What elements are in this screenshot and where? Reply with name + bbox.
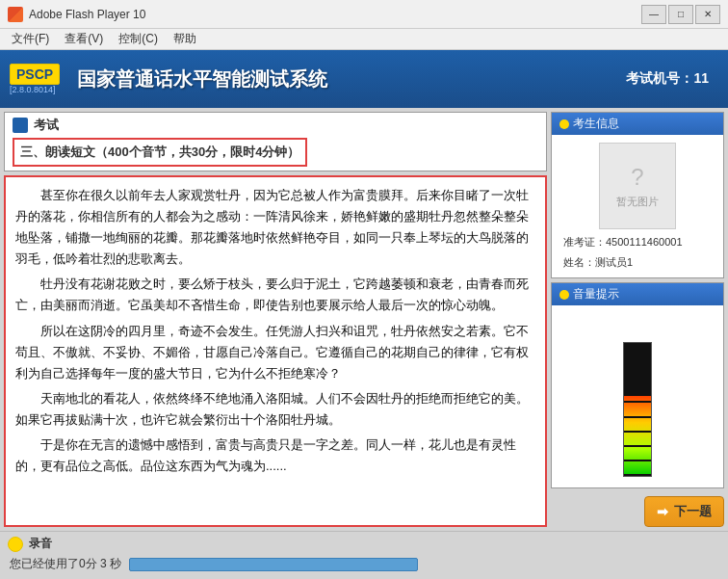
- exam-id-row: 准考证：4500111460001: [559, 235, 715, 250]
- time-progress-bar: [129, 558, 418, 571]
- status-bar: 录音 您已经使用了0分 3 秒: [0, 531, 728, 579]
- pscp-badge: PSCP: [10, 64, 60, 85]
- next-button[interactable]: ➡ 下一题: [644, 496, 724, 527]
- menu-file[interactable]: 文件(F): [4, 29, 57, 49]
- examinee-info-box: 考生信息 ? 暂无图片 准考证：4500111460001 姓名：测试员1: [551, 112, 724, 278]
- vol-header-icon: [559, 290, 569, 300]
- menu-control[interactable]: 控制(C): [111, 29, 166, 49]
- main-window: PSCP [2.8.0.8014] 国家普通话水平智能测试系统 考试机号：11 …: [0, 50, 728, 579]
- section-title: 三、朗读短文（400个音节，共30分，限时4分钟）: [13, 138, 307, 167]
- volume-body: [552, 305, 723, 485]
- recording-icon: [8, 537, 23, 552]
- system-title: 国家普通话水平智能测试系统: [77, 66, 327, 92]
- reading-paragraph-1: 甚至你在很久以前年去人家观赏牡丹，因为它总被人作为富贵膜拜。后来你目睹了一次牡丹…: [15, 185, 535, 270]
- examinee-info-header: 考生信息: [552, 113, 723, 135]
- reading-paragraph-3: 所以在这阴冷的四月里，奇迹不会发生。任凭游人扫兴和诅咒，牡丹依然安之若素。它不苟…: [15, 321, 535, 384]
- flash-icon: [8, 7, 23, 22]
- volume-header: 音量提示: [552, 283, 723, 305]
- exam-name-row: 姓名：测试员1: [559, 255, 715, 270]
- menu-view[interactable]: 查看(V): [57, 29, 111, 49]
- left-panel: 考试 三、朗读短文（400个音节，共30分，限时4分钟） 甚至你在很久以前年去人…: [4, 112, 547, 527]
- content-area: 考试 三、朗读短文（400个音节，共30分，限时4分钟） 甚至你在很久以前年去人…: [0, 108, 728, 531]
- recording-label: 录音: [29, 536, 52, 552]
- pscp-version: [2.8.0.8014]: [10, 85, 56, 94]
- recording-row: 录音: [8, 536, 720, 552]
- title-bar: Adobe Flash Player 10 — □ ✕: [0, 0, 728, 29]
- window-controls: — □ ✕: [641, 5, 720, 24]
- window-title: Adobe Flash Player 10: [29, 8, 641, 21]
- header-bar: PSCP [2.8.0.8014] 国家普通话水平智能测试系统 考试机号：11: [0, 50, 728, 108]
- volume-segments: [624, 343, 651, 476]
- examinee-info-body: ? 暂无图片 准考证：4500111460001 姓名：测试员1: [552, 135, 723, 277]
- info-header-icon: [559, 119, 569, 129]
- reading-paragraph-5: 于是你在无言的遗憾中感悟到，富贵与高贵只是一字之差。同人一样，花儿也是有灵性的，…: [15, 434, 535, 477]
- volume-label: 音量提示: [573, 286, 619, 303]
- next-arrow-icon: ➡: [657, 504, 668, 519]
- examinee-info-label: 考生信息: [573, 116, 619, 132]
- section-label: 考试: [34, 117, 59, 134]
- examinee-photo: ? 暂无图片: [599, 143, 676, 229]
- right-panel: 考生信息 ? 暂无图片 准考证：4500111460001 姓名：测试员1 音量…: [551, 112, 724, 527]
- reading-paragraph-4: 天南地北的看花人，依然终绎不绝地涌入洛阳城。人们不会因牡丹的拒绝而拒绝它的美。如…: [15, 388, 535, 431]
- maximize-button[interactable]: □: [668, 5, 693, 24]
- reading-content-box[interactable]: 甚至你在很久以前年去人家观赏牡丹，因为它总被人作为富贵膜拜。后来你目睹了一次牡丹…: [4, 175, 547, 527]
- time-row: 您已经使用了0分 3 秒: [8, 556, 720, 572]
- reading-paragraph-2: 牡丹没有花谢花败之时，要么矫于枝头，要么归于泥土，它跨越萎顿和衰老，由青春而死亡…: [15, 274, 535, 316]
- exam-section: 考试 三、朗读短文（400个音节，共30分，限时4分钟）: [4, 112, 547, 171]
- next-button-label: 下一题: [674, 503, 712, 520]
- minimize-button[interactable]: —: [641, 5, 666, 24]
- photo-icon: ?: [631, 164, 643, 191]
- volume-meter: [623, 342, 652, 477]
- time-label: 您已经使用了0分 3 秒: [10, 556, 121, 572]
- menu-bar: 文件(F) 查看(V) 控制(C) 帮助: [0, 29, 728, 50]
- no-photo-label: 暂无图片: [616, 195, 659, 209]
- section-icon: [13, 118, 28, 133]
- section-header: 考试: [13, 117, 538, 134]
- volume-box: 音量提示: [551, 282, 724, 488]
- logo-area: PSCP [2.8.0.8014] 国家普通话水平智能测试系统: [10, 64, 327, 94]
- close-button[interactable]: ✕: [695, 5, 720, 24]
- exam-machine-number: 考试机号：11: [626, 70, 709, 88]
- menu-help[interactable]: 帮助: [166, 29, 204, 49]
